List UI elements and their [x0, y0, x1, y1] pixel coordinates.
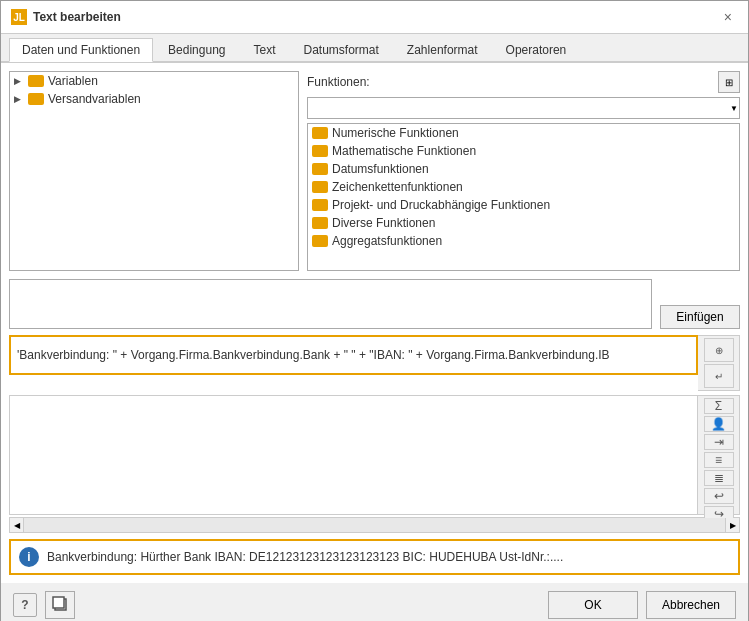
tree-arrow: ▶	[14, 76, 24, 86]
func-item-mathematisch[interactable]: Mathematische Funktionen	[308, 142, 739, 160]
tree-item-variablen[interactable]: ▶ Variablen	[10, 72, 298, 90]
variables-tree[interactable]: ▶ Variablen ▶ Versandvariablen	[9, 71, 299, 271]
undo-button[interactable]: ↩	[704, 488, 734, 504]
help-icon: ?	[21, 598, 28, 612]
func-item-diverse[interactable]: Diverse Funktionen	[308, 214, 739, 232]
funktionen-label-row: Funktionen: ⊞	[307, 71, 740, 93]
func-item-aggregats[interactable]: Aggregatsfunktionen	[308, 232, 739, 250]
folder-icon	[312, 199, 328, 211]
align2-icon: ≣	[714, 471, 724, 485]
functions-panel: Funktionen: ⊞ ▼ Numerische Funktionen	[307, 71, 740, 271]
folder-icon	[312, 127, 328, 139]
close-button[interactable]: ×	[718, 7, 738, 27]
user-button[interactable]: 👤	[704, 416, 734, 432]
concat-icon-button[interactable]: ⊕	[704, 338, 734, 362]
scroll-left-button[interactable]: ◀	[10, 518, 24, 532]
func-item-numerisch[interactable]: Numerische Funktionen	[308, 124, 739, 142]
func-item-zeichenkette[interactable]: Zeichenkettenfunktionen	[308, 178, 739, 196]
grid-icon: ⊞	[725, 77, 733, 88]
formula-field[interactable]: 'Bankverbindung: " + Vorgang.Firma.Bankv…	[9, 335, 698, 375]
tab-text[interactable]: Text	[240, 38, 288, 61]
cancel-button[interactable]: Abbrechen	[646, 591, 736, 619]
grid-toggle-button[interactable]: ⊞	[718, 71, 740, 93]
funktionen-label: Funktionen:	[307, 75, 370, 89]
svg-rect-1	[53, 597, 64, 608]
copy-svg	[51, 595, 69, 613]
formula-area-wrapper: 'Bankverbindung: " + Vorgang.Firma.Bankv…	[9, 335, 740, 391]
copy-icon	[51, 595, 69, 616]
info-icon: i	[19, 547, 39, 567]
right-side-icons: Σ 👤 ⇥ ≡ ≣ ↩ ↪	[698, 395, 740, 515]
preview-text: Bankverbindung: Hürther Bank IBAN: DE121…	[47, 550, 563, 564]
func-item-datum[interactable]: Datumsfunktionen	[308, 160, 739, 178]
help-button[interactable]: ?	[13, 593, 37, 617]
wrap-icon-button[interactable]: ↵	[704, 364, 734, 388]
align-button[interactable]: ≡	[704, 452, 734, 468]
undo-icon: ↩	[714, 489, 724, 503]
folder-icon	[28, 93, 44, 105]
folder-icon	[312, 217, 328, 229]
title-bar: JL Text bearbeiten ×	[1, 1, 748, 34]
func-item-projekt[interactable]: Projekt- und Druckabhängige Funktionen	[308, 196, 739, 214]
functions-dropdown-wrapper: ▼	[307, 97, 740, 119]
bottom-right-buttons: OK Abbrechen	[548, 591, 736, 619]
insert-textarea[interactable]	[9, 279, 652, 329]
folder-icon	[312, 145, 328, 157]
tab-zahlenformat[interactable]: Zahlenformat	[394, 38, 491, 61]
tab-bar: Daten und Funktionen Bedingung Text Datu…	[1, 34, 748, 62]
formula-side-icons: ⊕ ↵	[698, 335, 740, 391]
tab-bedingung[interactable]: Bedingung	[155, 38, 238, 61]
tab-datumsformat[interactable]: Datumsformat	[291, 38, 392, 61]
sigma-icon: Σ	[715, 399, 722, 413]
window-title: Text bearbeiten	[33, 10, 121, 24]
tree-item-versandvariablen[interactable]: ▶ Versandvariablen	[10, 90, 298, 108]
tab-operatoren[interactable]: Operatoren	[493, 38, 580, 61]
sigma-button[interactable]: Σ	[704, 398, 734, 414]
title-bar-left: JL Text bearbeiten	[11, 9, 121, 25]
bottom-bar: ? OK Abbrechen	[1, 583, 748, 621]
app-icon: JL	[11, 9, 27, 25]
insert-row: Einfügen	[9, 279, 740, 329]
functions-list[interactable]: Numerische Funktionen Mathematische Funk…	[307, 123, 740, 271]
expression-editor[interactable]	[9, 395, 698, 515]
preview-row: i Bankverbindung: Hürther Bank IBAN: DE1…	[9, 539, 740, 575]
ok-button[interactable]: OK	[548, 591, 638, 619]
tree-arrow: ▶	[14, 94, 24, 104]
scroll-right-button[interactable]: ▶	[725, 518, 739, 532]
folder-icon	[312, 181, 328, 193]
einfuegen-button[interactable]: Einfügen	[660, 305, 740, 329]
align-icon: ≡	[715, 453, 722, 467]
align2-button[interactable]: ≣	[704, 470, 734, 486]
folder-icon	[312, 163, 328, 175]
main-window: JL Text bearbeiten × Daten und Funktione…	[0, 0, 749, 621]
tab-content: ▶ Variablen ▶ Versandvariablen Funktione…	[1, 62, 748, 583]
functions-dropdown[interactable]	[307, 97, 740, 119]
middle-area: Σ 👤 ⇥ ≡ ≣ ↩ ↪	[9, 395, 740, 515]
formula-text: 'Bankverbindung: " + Vorgang.Firma.Bankv…	[17, 348, 610, 362]
horizontal-scrollbar[interactable]: ◀ ▶	[9, 517, 740, 533]
bottom-left-buttons: ?	[13, 591, 75, 619]
indent-icon: ⇥	[714, 435, 724, 449]
copy-button[interactable]	[45, 591, 75, 619]
scroll-track	[24, 518, 725, 532]
folder-icon	[312, 235, 328, 247]
tab-daten-funktionen[interactable]: Daten und Funktionen	[9, 38, 153, 62]
folder-icon	[28, 75, 44, 87]
user-icon: 👤	[711, 417, 726, 431]
indent-button[interactable]: ⇥	[704, 434, 734, 450]
top-section: ▶ Variablen ▶ Versandvariablen Funktione…	[9, 71, 740, 271]
